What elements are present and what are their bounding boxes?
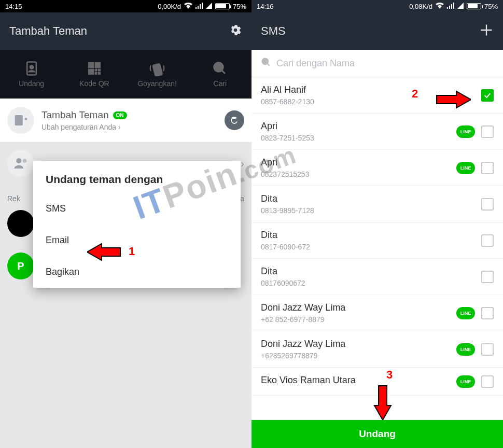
status-time: 14:16 xyxy=(257,3,274,10)
chevron-right-icon: › xyxy=(241,158,244,170)
tab-qr-label: Kode QR xyxy=(79,79,109,88)
contact-name: Doni Jazz Way Lima xyxy=(261,302,450,313)
svg-rect-22 xyxy=(449,6,450,9)
svg-marker-4 xyxy=(206,3,212,9)
contact-checkbox[interactable] xyxy=(481,162,494,174)
svg-rect-7 xyxy=(89,63,94,68)
app-header: Tambah Teman xyxy=(0,12,252,50)
tab-search[interactable]: Cari xyxy=(189,50,252,99)
contact-checkbox[interactable] xyxy=(481,307,494,319)
wifi-icon xyxy=(184,3,192,10)
contact-row[interactable]: Dita0813-9895-7128 xyxy=(252,186,503,222)
svg-point-15 xyxy=(214,63,223,72)
annotation-number-2: 2 xyxy=(412,87,418,101)
search-icon xyxy=(261,57,271,69)
contact-checkbox[interactable] xyxy=(481,375,494,388)
svg-point-26 xyxy=(262,59,269,65)
contact-number: 082372515253 xyxy=(261,170,450,178)
svg-rect-17 xyxy=(15,115,23,125)
tab-qr[interactable]: Kode QR xyxy=(63,50,125,99)
contact-checkbox[interactable] xyxy=(481,125,494,138)
svg-rect-24 xyxy=(453,3,454,9)
contact-number: 0817-6090-672 xyxy=(261,243,475,251)
svg-rect-13 xyxy=(98,73,100,75)
status-speed: 0,08K/d xyxy=(409,3,432,10)
svg-rect-1 xyxy=(198,6,199,9)
svg-marker-25 xyxy=(457,3,464,9)
invite-option-sms[interactable]: SMS xyxy=(33,193,241,225)
contact-checkbox[interactable] xyxy=(481,271,494,283)
contact-number: +62 852-6977-8879 xyxy=(261,315,450,324)
wifi-icon xyxy=(436,3,444,10)
tab-shake[interactable]: Goyangkan! xyxy=(126,50,189,99)
invite-option-share[interactable]: Bagikan xyxy=(33,256,241,288)
search-input[interactable] xyxy=(276,58,494,69)
svg-rect-8 xyxy=(95,63,100,68)
svg-marker-29 xyxy=(374,386,391,420)
svg-point-19 xyxy=(23,159,27,163)
contact-checkbox[interactable] xyxy=(481,89,494,102)
line-badge-icon: LINE xyxy=(456,162,475,174)
svg-rect-21 xyxy=(447,7,448,9)
battery-percent: 75% xyxy=(233,3,246,10)
contact-row[interactable]: Dita0817-6090-672 xyxy=(252,222,503,259)
contact-row[interactable]: Apri082372515253LINE xyxy=(252,150,503,186)
svg-line-27 xyxy=(268,64,270,66)
invite-button-label: Undang xyxy=(359,428,396,440)
avatar[interactable] xyxy=(7,210,34,237)
annotation-arrow-1 xyxy=(87,242,123,262)
invite-button[interactable]: Undang xyxy=(252,420,503,448)
annotation-number-1: 1 xyxy=(129,245,135,258)
svg-rect-2 xyxy=(200,4,201,9)
svg-rect-9 xyxy=(89,69,94,74)
tab-invite-label: Undang xyxy=(19,79,44,88)
contact-number: 0813-9895-7128 xyxy=(261,206,475,215)
invite-option-email[interactable]: Email xyxy=(33,225,241,256)
contact-name: Doni Jazz Way Lima xyxy=(261,339,450,349)
annotation-arrow-3 xyxy=(372,384,393,420)
svg-point-18 xyxy=(16,158,21,163)
contact-name: Eko Vios Raman Utara xyxy=(261,375,450,386)
page-title: Tambah Teman xyxy=(9,24,87,38)
contact-checkbox[interactable] xyxy=(481,343,494,356)
contact-name: Dita xyxy=(261,266,475,277)
avatar-letter: P xyxy=(17,260,24,272)
plus-icon[interactable] xyxy=(479,23,494,39)
contact-row[interactable]: Doni Jazz Way Lima+6285269778879LINE xyxy=(252,331,503,368)
battery-icon xyxy=(467,3,481,9)
line-badge-icon: LINE xyxy=(456,307,475,319)
svg-rect-3 xyxy=(202,3,203,9)
contact-list[interactable]: Ali Al Hanif0857-6882-2130Apri0823-7251-… xyxy=(252,77,503,419)
contact-row[interactable]: Doni Jazz Way Lima+62 852-6977-8879LINE xyxy=(252,295,503,331)
contact-name: Dita xyxy=(261,230,475,241)
add-friend-card[interactable]: Tambah Teman ON Ubah pengaturan Anda › xyxy=(0,99,252,143)
signal-icon xyxy=(195,3,203,10)
avatar-green[interactable]: P xyxy=(7,253,34,279)
app-header: SMS xyxy=(252,12,503,50)
contact-checkbox[interactable] xyxy=(481,234,494,247)
contact-number: 0823-7251-5253 xyxy=(261,134,450,142)
screen-sms-invite: 14:16 0,08K/d 75% SMS Ali Al Hanif0857- xyxy=(252,0,503,448)
svg-rect-14 xyxy=(152,63,162,76)
line-badge-icon: LINE xyxy=(456,125,475,138)
status-bar: 14:16 0,08K/d 75% xyxy=(252,0,503,12)
line-badge-icon: LINE xyxy=(456,375,475,388)
refresh-icon[interactable] xyxy=(225,110,244,130)
svg-point-6 xyxy=(30,65,34,69)
tab-bar: Undang Kode QR Goyangkan! Cari xyxy=(0,50,252,99)
screen-add-friend: 14:15 0,00K/d 75% Tambah Teman Undang xyxy=(0,0,252,448)
contact-name: Apri xyxy=(261,157,450,168)
contact-row[interactable]: Dita08176090672 xyxy=(252,259,503,295)
tab-shake-label: Goyangkan! xyxy=(137,79,177,88)
tab-invite[interactable]: Undang xyxy=(0,50,63,99)
gear-icon[interactable] xyxy=(229,23,242,39)
card-subtitle: Ubah pengaturan Anda › xyxy=(41,123,217,131)
annotation-arrow-2 xyxy=(435,90,471,109)
cellular-icon xyxy=(206,3,212,10)
battery-percent: 75% xyxy=(484,3,498,10)
svg-marker-20 xyxy=(87,244,120,260)
status-speed: 0,00K/d xyxy=(158,3,181,10)
contact-row[interactable]: Apri0823-7251-5253LINE xyxy=(252,114,503,150)
contact-checkbox[interactable] xyxy=(481,198,494,211)
signal-icon xyxy=(447,3,454,10)
